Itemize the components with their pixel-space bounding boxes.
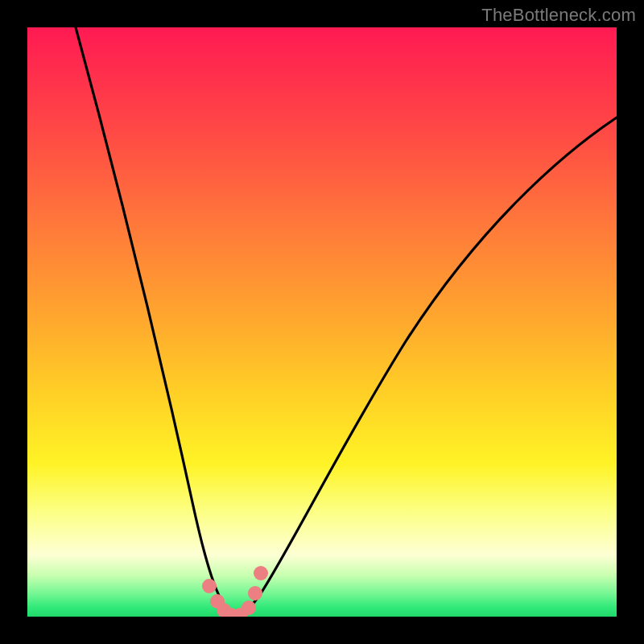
svg-point-6	[248, 586, 262, 601]
svg-point-0	[202, 579, 217, 593]
chart-frame: TheBottleneck.com	[0, 0, 644, 644]
curve-path	[76, 27, 617, 615]
svg-point-7	[254, 566, 268, 580]
watermark-text: TheBottleneck.com	[481, 5, 636, 26]
plot-area	[27, 27, 617, 617]
svg-point-5	[242, 601, 256, 615]
bottleneck-curve	[27, 27, 617, 617]
